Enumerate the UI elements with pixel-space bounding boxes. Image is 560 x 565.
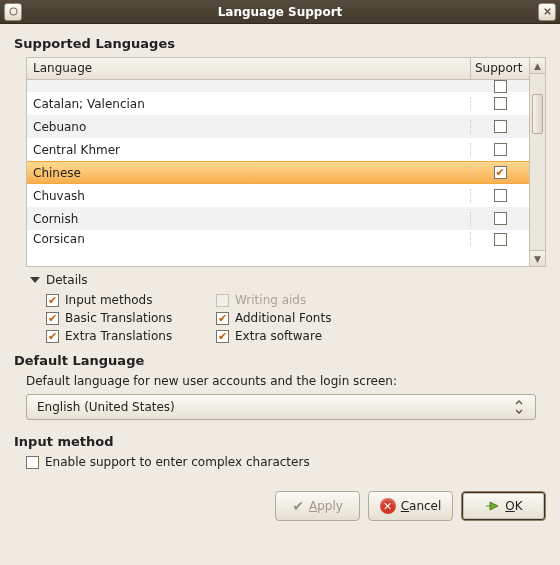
checkbox[interactable] (46, 330, 59, 343)
support-checkbox[interactable] (494, 143, 507, 156)
ok-icon (484, 498, 500, 514)
table-row[interactable]: Cornish (27, 207, 529, 230)
checkbox[interactable] (46, 312, 59, 325)
scroll-track[interactable] (530, 74, 545, 250)
table-row[interactable]: Corsican (27, 230, 529, 248)
support-checkbox[interactable] (494, 97, 507, 110)
component-writing-aids: Writing aids (216, 293, 386, 307)
support-checkbox[interactable] (494, 166, 507, 179)
col-header-language[interactable]: Language (27, 58, 471, 79)
scroll-up-icon[interactable]: ▲ (530, 58, 545, 74)
chevron-down-icon (509, 400, 529, 414)
component-input-methods[interactable]: Input methods (46, 293, 216, 307)
svg-point-0 (10, 8, 17, 15)
checkbox (216, 294, 229, 307)
cancel-icon: ✕ (380, 498, 396, 514)
component-additional-fonts[interactable]: Additional Fonts (216, 311, 386, 325)
default-language-combo[interactable]: English (United States) (26, 394, 536, 420)
scroll-thumb[interactable] (532, 94, 543, 134)
details-expander[interactable]: Details (30, 273, 546, 287)
table-row[interactable]: Chuvash (27, 184, 529, 207)
component-extra-software[interactable]: Extra software (216, 329, 386, 343)
checkbox[interactable] (26, 456, 39, 469)
enable-complex-row[interactable]: Enable support to enter complex characte… (26, 455, 546, 469)
table-row[interactable] (27, 80, 529, 92)
component-extra-translations[interactable]: Extra Translations (46, 329, 216, 343)
checkbox[interactable] (46, 294, 59, 307)
col-header-support[interactable]: Support (471, 58, 529, 79)
supported-languages-header: Supported Languages (14, 36, 546, 51)
scrollbar[interactable]: ▲ ▼ (529, 58, 545, 266)
support-checkbox[interactable] (494, 189, 507, 202)
default-language-value: English (United States) (37, 400, 175, 414)
scroll-down-icon[interactable]: ▼ (530, 250, 545, 266)
table-row[interactable]: Catalan; Valencian (27, 92, 529, 115)
checkbox[interactable] (216, 330, 229, 343)
button-bar: ✔ Apply ✕ Cancel OK (14, 491, 546, 521)
table-row[interactable]: Chinese (27, 161, 529, 184)
support-checkbox[interactable] (494, 212, 507, 225)
input-method-header: Input method (14, 434, 546, 449)
language-table-body: Catalan; Valencian Cebuano Central Khmer… (27, 80, 529, 266)
window-icon (4, 3, 22, 21)
language-table-header: Language Support (27, 58, 529, 80)
language-table: Language Support Catalan; Valencian Cebu… (26, 57, 546, 267)
enable-complex-label: Enable support to enter complex characte… (45, 455, 310, 469)
checkbox[interactable] (216, 312, 229, 325)
details-label: Details (46, 273, 88, 287)
support-checkbox[interactable] (494, 80, 507, 93)
apply-button: ✔ Apply (275, 491, 360, 521)
support-checkbox[interactable] (494, 120, 507, 133)
titlebar: Language Support (0, 0, 560, 24)
component-basic-translations[interactable]: Basic Translations (46, 311, 216, 325)
close-button[interactable] (538, 3, 556, 21)
default-language-description: Default language for new user accounts a… (26, 374, 546, 388)
apply-icon: ✔ (292, 498, 304, 514)
components-grid: Input methods Writing aids Basic Transla… (46, 293, 546, 343)
cancel-button[interactable]: ✕ Cancel (368, 491, 453, 521)
table-row[interactable]: Central Khmer (27, 138, 529, 161)
window-title: Language Support (22, 5, 538, 19)
chevron-down-icon (30, 277, 40, 283)
default-language-header: Default Language (14, 353, 546, 368)
table-row[interactable]: Cebuano (27, 115, 529, 138)
support-checkbox[interactable] (494, 233, 507, 246)
ok-button[interactable]: OK (461, 491, 546, 521)
